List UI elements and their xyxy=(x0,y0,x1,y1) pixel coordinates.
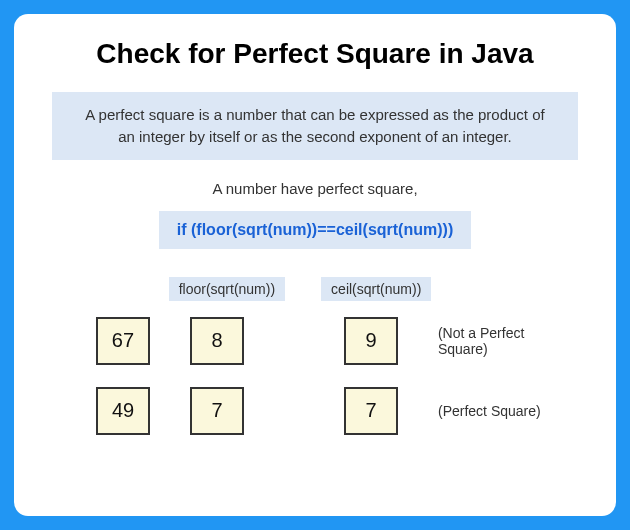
content-card: Check for Perfect Square in Java A perfe… xyxy=(14,14,616,516)
floor-result-box: 8 xyxy=(190,317,244,365)
input-number-box: 67 xyxy=(96,317,150,365)
condition-code: if (floor(sqrt(num))==ceil(sqrt(num))) xyxy=(159,211,471,249)
input-number-box: 49 xyxy=(96,387,150,435)
definition-box: A perfect square is a number that can be… xyxy=(52,92,578,160)
floor-column-label: floor(sqrt(num)) xyxy=(169,277,285,301)
example-row: 67 8 9 (Not a Perfect Square) xyxy=(52,317,578,365)
result-label: (Perfect Square) xyxy=(438,403,541,419)
example-row: 49 7 7 (Perfect Square) xyxy=(52,387,578,435)
subheading-text: A number have perfect square, xyxy=(212,180,417,197)
ceil-result-box: 7 xyxy=(344,387,398,435)
result-label: (Not a Perfect Square) xyxy=(438,325,578,357)
ceil-column-label: ceil(sqrt(num)) xyxy=(321,277,431,301)
ceil-result-box: 9 xyxy=(344,317,398,365)
column-labels-row: floor(sqrt(num)) ceil(sqrt(num)) xyxy=(169,277,432,301)
page-title: Check for Perfect Square in Java xyxy=(96,38,533,70)
floor-result-box: 7 xyxy=(190,387,244,435)
